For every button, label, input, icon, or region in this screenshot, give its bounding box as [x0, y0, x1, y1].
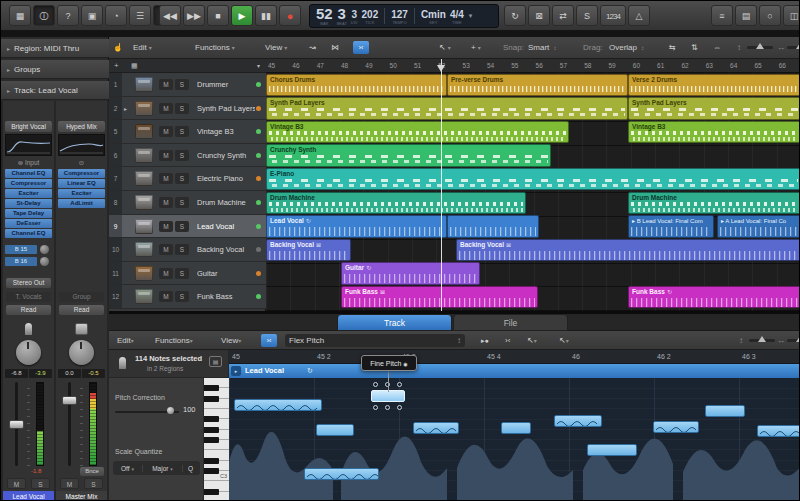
secondary-tool-selector[interactable]: ↖▾ [559, 331, 569, 350]
apple-loops-button[interactable]: ○ [759, 5, 781, 26]
send-knob[interactable] [40, 257, 49, 266]
input-slot[interactable]: ⊗ Input [5, 158, 52, 167]
tuner-button[interactable]: ◔ [105, 5, 127, 26]
pan-value[interactable]: -3.9 [29, 369, 52, 378]
plugin-slot-channel-eq[interactable]: Channel EQ [5, 229, 52, 238]
lcd-display[interactable]: 52BAR 3BEAT 3DIV 202TICK 127TEMPO CminKE… [309, 4, 499, 28]
track-header-synth-pad-layers[interactable]: 2▸MSSynth Pad Layers [109, 97, 266, 121]
region-verse-2-drums[interactable]: Verse 2 Drums [628, 74, 800, 97]
pan-knob[interactable] [69, 340, 94, 365]
view-menu[interactable]: View▾ [221, 331, 241, 350]
quick-help-button[interactable]: ? [57, 5, 79, 26]
send-knob[interactable] [40, 245, 49, 254]
region-pre-verse-drums[interactable]: Pre-verse Drums [447, 74, 628, 97]
vertical-autozoom-icon[interactable]: ⇅ [691, 37, 698, 59]
group-slot[interactable]: T. Vocals [6, 292, 51, 302]
flex-pitch-note[interactable] [757, 425, 800, 437]
cycle-button[interactable]: ↻ [504, 5, 526, 26]
channel-name-plate[interactable]: Lead Vocal [3, 491, 54, 501]
mute-button[interactable]: M [159, 173, 173, 184]
region-drum-machine[interactable]: Drum Machine [266, 192, 526, 215]
edit-menu[interactable]: Edit▾ [117, 331, 134, 350]
fader-cap[interactable] [62, 396, 77, 405]
lcd-chevron-icon[interactable]: ▾ [469, 12, 473, 20]
drag-select[interactable]: Overlap ↕ [609, 37, 644, 59]
header-menu-icon[interactable]: ▾ [257, 59, 260, 73]
playhead[interactable] [441, 59, 442, 311]
play-button[interactable]: ▶ [231, 5, 253, 26]
functions-menu[interactable]: Functions▾ [195, 37, 235, 59]
solo-button[interactable]: S [175, 197, 189, 208]
mute-button[interactable]: M [60, 478, 79, 489]
inspector-button[interactable]: ⓘ [33, 5, 55, 26]
zoom-tool-icon[interactable]: ⇆ [669, 37, 676, 59]
crossfade-drag-icon[interactable]: ⋈ [331, 37, 339, 59]
solo-button[interactable]: S [576, 5, 598, 26]
bar-ruler[interactable]: 4546474849505152535455565758596061626364… [266, 59, 800, 73]
horizontal-zoom-slider[interactable] [787, 339, 800, 342]
plugin-slot-tape-delay[interactable]: Tape Delay [5, 209, 52, 218]
note-hotspot[interactable] [397, 382, 402, 387]
pan-value[interactable]: -0.5 [82, 369, 105, 378]
track-header-backing-vocal[interactable]: 10MSBacking Vocal [109, 238, 266, 262]
pause-button[interactable]: ▮▮ [255, 5, 277, 26]
channel-setting-button[interactable]: Hyped Mix [58, 121, 105, 132]
region-audio[interactable] [447, 215, 539, 238]
region-inspector-header[interactable]: ▸Region: MIDI Thru [1, 39, 109, 58]
tab-file[interactable]: File [453, 314, 568, 331]
catch-playhead-icon[interactable]: ▸● [481, 331, 489, 350]
region-vintage-b3[interactable]: Vintage B3 [628, 121, 800, 144]
region-b-lead-vocal-final-com[interactable]: ▸ B Lead Vocal: Final Com [628, 215, 714, 238]
mute-button[interactable]: M [159, 126, 173, 137]
send-slot-b-15[interactable]: B 15 [5, 245, 52, 255]
plugin-slot-exciter[interactable]: Exciter [58, 189, 105, 198]
mute-button[interactable]: M [159, 244, 173, 255]
solo-button[interactable]: S [175, 173, 189, 184]
region-lead-vocal[interactable]: Lead Vocal↻ [266, 215, 447, 238]
forward-button[interactable]: ▶▶ [183, 5, 205, 26]
piano-black-key[interactable] [204, 427, 219, 433]
editor-region-strip[interactable]: ▸ Lead Vocal ↻ [229, 364, 800, 378]
snap-select[interactable]: Smart ↕ [528, 37, 557, 59]
plugin-slot-compressor[interactable]: Compressor [5, 179, 52, 188]
scale-root-select[interactable]: Off ▾ [113, 465, 143, 472]
solo-button[interactable]: S [175, 79, 189, 90]
region-synth-pad-layers[interactable]: Synth Pad Layers [628, 97, 800, 120]
browsers-button[interactable]: ◫ [783, 5, 800, 26]
secondary-tool-selector[interactable]: +▾ [471, 37, 481, 59]
automation-mode-button[interactable]: Read [59, 305, 104, 315]
pointer-tool-selector[interactable]: ↖▾ [527, 331, 537, 350]
scale-type-select[interactable]: Major ▾ [143, 465, 183, 472]
region-guitar[interactable]: Guitar↻ [341, 262, 480, 285]
region-funk-bass[interactable]: Funk Bass⊠ [341, 286, 538, 309]
bounce-button[interactable]: Bnce [80, 467, 104, 476]
region-backing-vocal[interactable]: Backing Vocal⊠ [266, 239, 351, 262]
automation-icon[interactable]: ↝ [309, 37, 316, 59]
mute-button[interactable]: M [159, 291, 173, 302]
peak-value[interactable]: -1.8 [31, 468, 41, 474]
record-button[interactable]: ● [279, 5, 301, 26]
flex-pitch-note[interactable] [316, 424, 354, 436]
region-play-icon[interactable]: ▸ [231, 366, 241, 376]
rewind-button[interactable]: ◀◀ [159, 5, 181, 26]
solo-button[interactable]: S [175, 291, 189, 302]
add-track-button[interactable]: + [114, 59, 119, 73]
plugin-slot-st-delay[interactable]: St-Delay [5, 199, 52, 208]
solo-button[interactable]: S [175, 126, 189, 137]
list-editors-button[interactable]: ≡ [711, 5, 733, 26]
track-header-funk-bass[interactable]: 12MSFunk Bass [109, 285, 266, 309]
input-slot[interactable]: ⊙ [58, 158, 105, 167]
volume-value[interactable]: 0.0 [58, 369, 81, 378]
region-chorus-drums[interactable]: Chorus Drums [266, 74, 447, 97]
track-header-electric-piano[interactable]: 7MSElectric Piano [109, 167, 266, 191]
solo-button[interactable]: S [175, 103, 189, 114]
mute-button[interactable]: M [159, 268, 173, 279]
editor-ruler[interactable]: 4545 245 345 44646 246 3 [229, 350, 800, 364]
piano-black-key[interactable] [204, 458, 219, 464]
tab-track[interactable]: Track [337, 314, 452, 331]
metronome-button[interactable]: △ [628, 5, 650, 26]
flex-pitch-note[interactable] [501, 422, 531, 434]
functions-menu[interactable]: Functions▾ [155, 331, 193, 350]
flex-pitch-note[interactable] [705, 405, 745, 417]
horizontal-zoom-slider[interactable] [787, 46, 800, 49]
